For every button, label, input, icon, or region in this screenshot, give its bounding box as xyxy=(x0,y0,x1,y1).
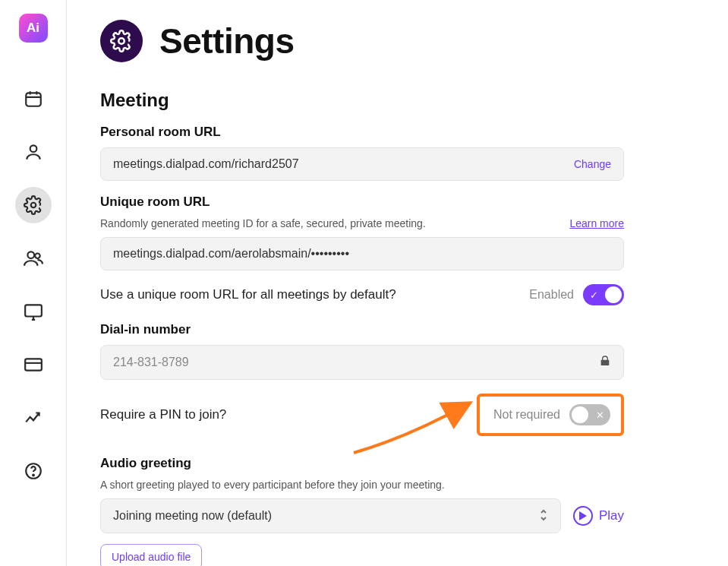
app-logo[interactable]: Ai xyxy=(19,14,48,43)
nav-calendar[interactable] xyxy=(15,81,52,117)
x-icon: ✕ xyxy=(596,409,604,421)
unique-default-toggle-group: Enabled ✓ xyxy=(529,284,624,305)
svg-rect-6 xyxy=(25,359,42,370)
nav-help[interactable] xyxy=(15,453,52,489)
nav-settings[interactable] xyxy=(15,187,52,223)
pin-state: Not required xyxy=(493,408,560,422)
svg-point-1 xyxy=(30,145,36,152)
personal-room-label: Personal room URL xyxy=(100,125,624,140)
gear-icon xyxy=(110,30,133,52)
unique-default-question: Use a unique room URL for all meetings b… xyxy=(100,287,396,302)
page-header-icon-wrap xyxy=(100,20,143,62)
svg-point-9 xyxy=(118,38,124,44)
svg-rect-0 xyxy=(26,93,41,106)
main-content: Settings Meeting Personal room URL meeti… xyxy=(67,0,728,566)
svg-point-3 xyxy=(27,251,34,258)
pin-question: Require a PIN to join? xyxy=(100,407,226,422)
svg-point-8 xyxy=(33,475,34,476)
trend-icon xyxy=(24,408,43,428)
help-icon xyxy=(24,461,43,481)
audio-greeting-selected: Joining meeting now (default) xyxy=(113,509,272,523)
dial-in-field: 214-831-8789 xyxy=(100,345,624,380)
page-header: Settings xyxy=(100,20,695,62)
page-title: Settings xyxy=(159,21,294,62)
audio-greeting-description: A short greeting played to every partici… xyxy=(100,479,624,491)
play-label: Play xyxy=(599,508,624,523)
personal-room-url-field[interactable]: meetings.dialpad.com/richard2507 Change xyxy=(100,147,624,181)
pin-toggle[interactable]: ✕ xyxy=(569,404,610,425)
sidebar: Ai xyxy=(0,0,67,566)
calendar-icon xyxy=(24,89,43,109)
lock-icon xyxy=(599,355,611,370)
audio-row: Joining meeting now (default) Play xyxy=(100,498,624,533)
learn-more-link[interactable]: Learn more xyxy=(569,217,624,229)
unique-default-row: Use a unique room URL for all meetings b… xyxy=(100,284,624,305)
unique-room-url-value: meetings.dialpad.com/aerolabsmain/••••••… xyxy=(113,247,349,261)
nav-team[interactable] xyxy=(15,240,52,277)
toggle-knob xyxy=(572,406,588,423)
upload-audio-button[interactable]: Upload audio file xyxy=(100,544,202,566)
toggle-knob xyxy=(605,286,622,303)
play-button[interactable]: Play xyxy=(573,506,624,526)
credit-card-icon xyxy=(24,355,43,375)
dial-in-value: 214-831-8789 xyxy=(113,356,189,369)
people-icon xyxy=(24,248,43,268)
unique-room-url-field[interactable]: meetings.dialpad.com/aerolabsmain/••••••… xyxy=(100,237,624,270)
unique-default-state: Enabled xyxy=(529,288,574,302)
svg-point-2 xyxy=(30,203,36,208)
dial-in-label: Dial-in number xyxy=(100,322,624,337)
nav-display[interactable] xyxy=(15,293,52,330)
monitor-icon xyxy=(24,302,43,321)
svg-rect-5 xyxy=(25,305,42,316)
check-icon: ✓ xyxy=(590,289,598,301)
pin-row: Require a PIN to join? Not required ✕ xyxy=(100,394,624,436)
unique-room-label: Unique room URL xyxy=(100,194,624,210)
meeting-section: Meeting Personal room URL meetings.dialp… xyxy=(100,90,624,566)
svg-point-4 xyxy=(35,254,39,259)
unique-room-description: Randomly generated meeting ID for a safe… xyxy=(100,217,426,229)
play-icon xyxy=(573,506,593,526)
unique-default-toggle[interactable]: ✓ xyxy=(583,284,624,305)
nav-billing[interactable] xyxy=(15,346,52,383)
person-icon xyxy=(24,142,43,162)
pin-highlight-box: Not required ✕ xyxy=(477,394,624,436)
section-title-meeting: Meeting xyxy=(100,90,624,111)
audio-greeting-select[interactable]: Joining meeting now (default) xyxy=(100,498,561,533)
nav-items xyxy=(15,81,52,489)
chevron-updown-icon xyxy=(539,508,548,523)
personal-room-url-value: meetings.dialpad.com/richard2507 xyxy=(113,157,299,171)
nav-profile[interactable] xyxy=(15,134,52,170)
unique-room-sub: Randomly generated meeting ID for a safe… xyxy=(100,217,624,229)
nav-analytics[interactable] xyxy=(15,400,52,436)
gear-icon xyxy=(24,195,43,215)
change-link[interactable]: Change xyxy=(574,158,611,170)
audio-greeting-label: Audio greeting xyxy=(100,456,624,471)
